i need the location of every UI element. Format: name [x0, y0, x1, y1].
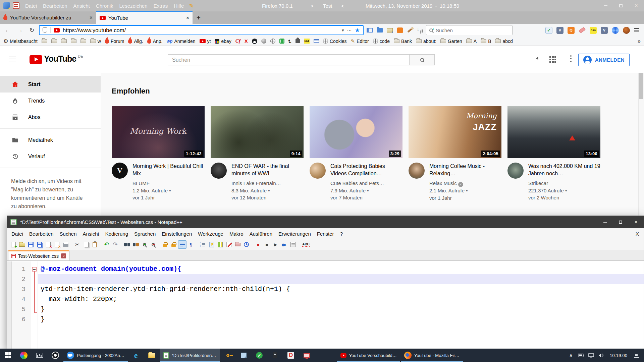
bookmark-b64[interactable]: b64 — [304, 39, 310, 44]
bookmark-globe[interactable] — [270, 39, 275, 44]
channel-name[interactable]: Innis Lake Entertain… — [231, 180, 304, 187]
sidebar-item-abos[interactable]: Abos — [0, 109, 101, 125]
extension-q-icon[interactable]: Q — [568, 27, 575, 34]
menu-ansicht[interactable]: Ansicht — [70, 3, 93, 9]
bookmark-meistbesucht[interactable]: ⚙Meistbesucht — [3, 38, 38, 44]
bookmark-x[interactable]: X — [245, 38, 248, 44]
indent-guide-icon[interactable] — [199, 240, 207, 249]
channel-name[interactable]: Cute Babies and Pets… — [330, 180, 402, 187]
bookmark-folder[interactable] — [71, 39, 76, 43]
replace-icon[interactable] — [131, 240, 140, 249]
network-icon[interactable] — [586, 349, 596, 362]
bookmark-folder[interactable] — [42, 39, 47, 43]
taskbar-chart-app[interactable] — [32, 349, 47, 362]
search-input[interactable] — [436, 27, 509, 33]
taskbar-firefox-window[interactable]: YouTube - Mozilla Fir… — [400, 349, 463, 362]
action-center-icon[interactable] — [631, 349, 642, 362]
battery-icon[interactable] — [576, 349, 586, 362]
bookmarks-folder-icon[interactable] — [376, 26, 384, 34]
bookmarks-overflow-chevron[interactable]: » — [638, 38, 641, 44]
paste-icon[interactable] — [91, 240, 99, 249]
taskbar-youtube-thumbnails-window[interactable]: YouTube Vorschaubild… — [337, 349, 400, 362]
close-button[interactable]: × — [629, 0, 644, 11]
urlbar-dropdown-icon[interactable]: ▾ — [342, 27, 344, 33]
menu-erweiterungen[interactable]: Erweiterungen — [275, 231, 314, 237]
function-list-icon[interactable] — [207, 240, 216, 249]
video-thumbnail[interactable]: 3:29 — [310, 106, 402, 158]
video-title[interactable]: Was nach 402.000 KM und 19 Jahren noch… — [528, 163, 600, 177]
video-thumbnail[interactable]: 13:00 — [507, 106, 600, 158]
video-card[interactable]: 9:14 END OF WAR - the final minutes of W… — [211, 106, 304, 201]
taskbar-file-explorer[interactable] — [144, 349, 160, 362]
bookmark-allg[interactable]: Allg. — [128, 39, 143, 44]
code-line[interactable]: 5} — [7, 304, 644, 314]
bookmark-folder-w[interactable]: w — [90, 39, 101, 44]
video-card[interactable]: Morning Work 1:12:42 V Morning Work | Be… — [112, 106, 205, 201]
tab-youtube[interactable]: YouTube × — [96, 11, 193, 24]
cut-icon[interactable]: ✂ — [73, 240, 82, 249]
bookmark-folder[interactable] — [51, 39, 57, 43]
sidebar-item-mediathek[interactable]: Mediathek — [0, 132, 101, 148]
video-card[interactable]: Morning JAZZ 2:04:05 Morning Coffee Musi… — [409, 106, 501, 201]
menu-kodierung[interactable]: Kodierung — [102, 231, 131, 237]
close-button[interactable]: × — [628, 216, 644, 228]
menu-sprachen[interactable]: Sprachen — [131, 231, 159, 237]
maximize-button[interactable] — [613, 216, 628, 228]
page-actions-icon[interactable]: ⋯ — [347, 27, 352, 33]
video-thumbnail[interactable]: Morning Work 1:12:42 — [112, 106, 205, 158]
bookmark-sphere[interactable] — [261, 39, 266, 44]
menu-werkzeuge[interactable]: Werkzeuge — [195, 231, 226, 237]
start-button[interactable] — [0, 349, 16, 362]
download-stats-icon[interactable] — [416, 26, 424, 34]
taskbar-notepadpp-window[interactable]: *D:\Test\Profilordner\… — [160, 349, 220, 362]
sync-vertical-icon[interactable] — [161, 240, 169, 249]
menu-datei[interactable]: Datei — [22, 3, 40, 9]
scrapbook-icon[interactable] — [396, 26, 404, 34]
macro-play-icon[interactable]: ▶ — [271, 240, 280, 249]
bookmark-b[interactable]: B — [481, 39, 491, 44]
taskbar-ink-app[interactable] — [267, 349, 283, 362]
macro-run-multiple-icon[interactable]: ▶▶ — [280, 240, 288, 249]
code-line[interactable]: 3ytd-rich-item-renderer.ytd-rich-grid-re… — [7, 284, 644, 294]
bookmark-code[interactable]: code — [373, 39, 390, 44]
apps-grid-icon[interactable] — [549, 56, 556, 63]
code-line[interactable]: 2 — [7, 274, 644, 284]
bookmark-list[interactable] — [314, 39, 319, 43]
quick-search-box[interactable] — [426, 25, 513, 35]
macro-stop-icon[interactable]: ■ — [263, 240, 271, 249]
zoom-out-icon[interactable] — [149, 240, 157, 249]
menu-close-x[interactable]: X — [636, 231, 642, 237]
taskbar-d-app[interactable]: D — [283, 349, 299, 362]
bookmark-bank[interactable]: Bank — [394, 39, 412, 44]
menu-extras[interactable]: Extras — [151, 3, 171, 9]
bookmark-ebay[interactable]: ebay — [215, 39, 231, 44]
menu-ausfuehren[interactable]: Ausführen — [247, 231, 275, 237]
video-title[interactable]: END OF WAR - the final minutes of WWI — [231, 163, 304, 177]
kebab-menu-icon[interactable] — [570, 55, 572, 62]
stylish-brush-icon[interactable] — [406, 26, 414, 34]
video-title[interactable]: Morning Work | Beautiful Chill Mix — [132, 163, 205, 177]
find-icon[interactable] — [123, 240, 131, 249]
youtube-search-input[interactable] — [168, 54, 409, 65]
sidebar-toggle-icon[interactable] — [366, 26, 374, 34]
sidebar-item-trends[interactable]: Trends — [0, 93, 101, 109]
youtube-search-button[interactable] — [409, 54, 435, 65]
video-title[interactable]: Morning Coffee Music - Relaxing… — [429, 163, 501, 177]
notepadpp-titlebar[interactable]: *D:\Test\Profilordner\chrome\CSSWeb\Test… — [7, 216, 644, 228]
document-map-icon[interactable] — [216, 240, 224, 249]
code-line[interactable]: 6} — [7, 314, 644, 324]
menu-help[interactable]: ? — [337, 231, 346, 237]
spellcheck-icon[interactable]: ABC — [301, 240, 311, 249]
extension-v-icon[interactable]: V — [556, 27, 564, 34]
bookmark-anp[interactable]: Anp. — [147, 39, 163, 44]
save-icon[interactable] — [26, 240, 35, 249]
extension-bug-icon[interactable] — [623, 27, 630, 34]
channel-avatar[interactable]: V — [112, 163, 128, 179]
channel-avatar[interactable] — [409, 163, 425, 179]
close-all-icon[interactable] — [53, 240, 61, 249]
channel-name[interactable]: Relax Music✓ — [429, 180, 501, 187]
tab-close-icon[interactable]: × — [90, 15, 93, 21]
url-text[interactable]: https://www.youtube.com/ — [63, 27, 339, 34]
bookmark-a[interactable]: A — [466, 39, 477, 44]
video-thumbnail[interactable]: 9:14 — [211, 106, 304, 158]
